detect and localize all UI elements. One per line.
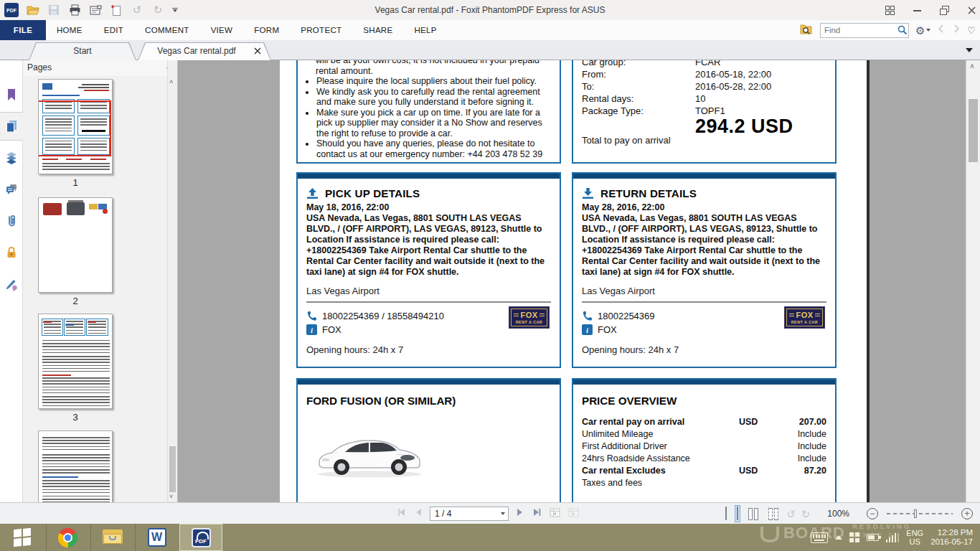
- taskbar-item-chrome[interactable]: [46, 524, 89, 551]
- last-page-icon[interactable]: [531, 507, 542, 520]
- comments-icon: [4, 182, 19, 197]
- sidebar-item-layers[interactable]: [0, 143, 23, 172]
- thumb-art-box: [64, 319, 85, 336]
- ribbon-tab-help[interactable]: HELP: [403, 20, 447, 40]
- car-image: [312, 423, 427, 486]
- clock[interactable]: 12:28 PM 2016-05-17: [930, 528, 973, 547]
- minimize-icon[interactable]: [912, 5, 923, 16]
- sidebar-item-bookmarks[interactable]: [0, 80, 23, 109]
- network-signal-icon[interactable]: [886, 532, 900, 542]
- undo-icon[interactable]: ↺: [131, 4, 143, 17]
- continuous-facing-view-icon[interactable]: [766, 506, 781, 522]
- first-page-icon[interactable]: [396, 507, 407, 520]
- facing-view-icon[interactable]: [746, 506, 760, 522]
- pages-scrollbar-thumb[interactable]: [169, 446, 176, 492]
- taskbar-item-foxit[interactable]: PDF: [179, 524, 222, 551]
- close-icon[interactable]: [966, 5, 977, 16]
- customize-toolbar-icon[interactable]: [172, 8, 178, 13]
- chrome-icon: [58, 528, 77, 547]
- next-view-icon[interactable]: [567, 507, 580, 521]
- windows-tray-icon[interactable]: [849, 532, 859, 542]
- restore-icon[interactable]: [939, 5, 950, 16]
- file-explorer-icon: [103, 529, 123, 545]
- rotate-left-icon[interactable]: ↺: [786, 509, 796, 519]
- search-folder-icon[interactable]: [800, 23, 814, 38]
- ribbon-tabs: HOME EDIT COMMENT VIEW FORM PROTECT SHAR…: [46, 20, 448, 40]
- thumb-art: [103, 209, 108, 214]
- redo-icon[interactable]: ↻: [151, 4, 164, 17]
- pages-scrollbar[interactable]: ˄ ˅: [167, 60, 177, 502]
- rotate-right-icon[interactable]: ↻: [801, 509, 811, 519]
- gear-icon: ⚙: [915, 25, 925, 36]
- zoom-in-icon[interactable]: +: [961, 508, 973, 519]
- ribbon-tab-comment[interactable]: COMMENT: [134, 20, 200, 40]
- page-thumbnail-2[interactable]: [38, 197, 113, 293]
- navigation-sidebar: [0, 60, 23, 502]
- ribbon-tab-protect[interactable]: PROTECT: [290, 20, 352, 40]
- next-page-icon[interactable]: [515, 507, 524, 520]
- sidebar-item-comments[interactable]: [0, 175, 23, 204]
- price-label: Car rental Excludes: [582, 466, 739, 476]
- scroll-up-icon[interactable]: ˄: [169, 79, 173, 85]
- continuous-view-icon[interactable]: [735, 505, 740, 522]
- page-thumbnail-1[interactable]: [38, 79, 113, 174]
- tab-list-caret-icon[interactable]: [966, 48, 973, 52]
- page-caret-icon[interactable]: [498, 507, 508, 520]
- pickup-supplier: FOX: [322, 324, 341, 335]
- start-button[interactable]: [0, 524, 44, 551]
- new-document-icon[interactable]: *: [110, 4, 123, 17]
- ribbon-tab-form[interactable]: FORM: [243, 20, 290, 40]
- pickup-datetime: May 18, 2016, 22:00: [306, 202, 551, 213]
- page-number-box[interactable]: 1 / 4: [430, 507, 509, 521]
- zoom-slider-thumb[interactable]: [914, 509, 917, 518]
- ribbon-tab-share[interactable]: SHARE: [352, 20, 403, 40]
- ribbon-tab-view[interactable]: VIEW: [200, 20, 244, 40]
- previous-view-icon[interactable]: [549, 507, 561, 521]
- hidden-icons-icon[interactable]: [835, 535, 842, 540]
- touch-keyboard-icon[interactable]: [811, 532, 828, 543]
- scroll-up-icon[interactable]: ˄: [970, 63, 974, 70]
- document-scrollbar-thumb[interactable]: [969, 99, 978, 162]
- sidebar-item-security[interactable]: [0, 238, 23, 267]
- find-previous-icon[interactable]: [937, 24, 946, 37]
- email-icon[interactable]: [89, 4, 102, 17]
- open-file-icon[interactable]: [27, 4, 39, 17]
- previous-page-icon[interactable]: [414, 507, 423, 520]
- ribbon-tab-edit[interactable]: EDIT: [93, 20, 134, 40]
- find-input[interactable]: [821, 26, 897, 34]
- find-next-icon[interactable]: [952, 24, 961, 37]
- panel-top-bar: [573, 174, 835, 179]
- document-scrollbar[interactable]: ˄: [966, 60, 980, 502]
- sidebar-item-signatures[interactable]: [0, 270, 23, 298]
- sidebar-item-attachments[interactable]: [0, 207, 23, 235]
- panel-top-bar: [573, 380, 835, 385]
- single-page-view-icon[interactable]: [723, 505, 729, 522]
- settings-dropdown[interactable]: ⚙: [915, 25, 930, 36]
- scroll-down-icon[interactable]: ˅: [169, 494, 173, 500]
- tab-document[interactable]: Vegas Car rental.pdf: [138, 42, 271, 60]
- battery-icon[interactable]: [867, 534, 879, 541]
- booking-value: FCAR: [695, 60, 831, 69]
- return-details-panel: RETURN DETAILS May 28, 2016, 22:00 USA N…: [572, 172, 837, 368]
- taskbar-item-word[interactable]: W: [135, 524, 178, 551]
- close-tab-icon[interactable]: [253, 46, 263, 56]
- zoom-slider[interactable]: [887, 509, 953, 519]
- taskbar: BOARD RESOLVING SINCE 2 W PDF ENG US 12:…: [0, 524, 980, 551]
- rental-notes-text: will be at your own cost, it is not incl…: [306, 60, 555, 159]
- page-thumbnail-3[interactable]: [38, 314, 113, 409]
- ribbon-tab-file[interactable]: FILE: [0, 20, 46, 40]
- heart-icon[interactable]: ♡: [967, 26, 976, 35]
- language-indicator[interactable]: ENG US: [906, 529, 923, 546]
- sidebar-item-pages[interactable]: [0, 112, 23, 141]
- print-icon[interactable]: [68, 4, 81, 17]
- ribbon-tab-home[interactable]: HOME: [46, 20, 93, 40]
- save-icon[interactable]: [47, 4, 60, 17]
- layout-grid-icon[interactable]: [885, 5, 895, 16]
- magnifier-icon[interactable]: [897, 24, 908, 36]
- taskbar-item-file-explorer[interactable]: [90, 524, 133, 551]
- tab-start[interactable]: Start: [29, 42, 136, 60]
- panel-top-bar: [298, 174, 560, 179]
- return-datetime: May 28, 2016, 22:00: [582, 202, 826, 213]
- view-controls: ↺ ↻ 100% − +: [723, 505, 973, 522]
- zoom-out-icon[interactable]: −: [867, 508, 878, 519]
